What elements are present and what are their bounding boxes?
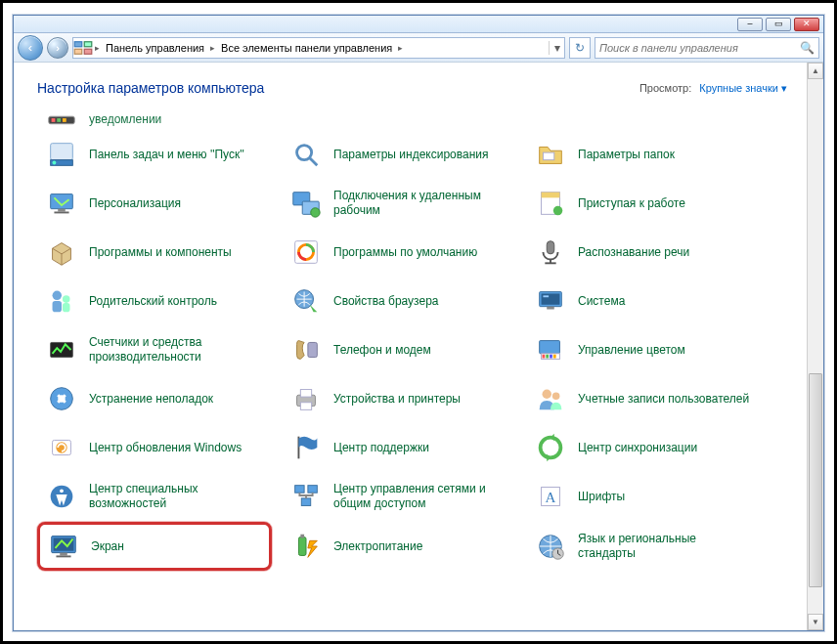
- parental-item[interactable]: Родительский контроль: [37, 278, 272, 324]
- svg-rect-6: [57, 118, 61, 122]
- item-label: Параметры папок: [578, 148, 675, 162]
- perf-counters-item[interactable]: Счетчики и средства производительности: [37, 326, 272, 373]
- refresh-button[interactable]: ↻: [569, 37, 591, 59]
- color-mgmt-item[interactable]: Управление цветом: [526, 326, 761, 373]
- svg-point-46: [58, 395, 66, 403]
- support-center-item[interactable]: Центр поддержки: [282, 424, 516, 471]
- partial-2[interactable]: [282, 109, 516, 129]
- indexing-icon: [288, 137, 324, 172]
- perf-icon: [44, 332, 79, 367]
- scroll-up-button[interactable]: ▲: [808, 63, 823, 79]
- bar-icon: [44, 110, 79, 128]
- svg-rect-25: [547, 241, 554, 254]
- breadcrumb-segment-0[interactable]: Панель управления: [102, 38, 208, 58]
- item-label: Шрифты: [578, 490, 625, 504]
- speech-item[interactable]: Распознавание речи: [526, 229, 761, 276]
- maximize-button[interactable]: ▭: [766, 18, 791, 31]
- scroll-track[interactable]: [808, 79, 823, 614]
- item-label: Электропитание: [333, 539, 422, 554]
- svg-rect-8: [51, 144, 73, 160]
- user-accounts-item[interactable]: Учетные записи пользователей: [526, 375, 761, 422]
- svg-rect-38: [308, 342, 317, 357]
- breadcrumb-segment-1[interactable]: Все элементы панели управления: [217, 38, 396, 58]
- network-center-item[interactable]: Центр управления сетями и общим доступом: [282, 473, 516, 520]
- flag-icon: [288, 430, 324, 465]
- item-label: Центр поддержки: [333, 441, 429, 455]
- colorm-icon: [533, 332, 568, 367]
- addr-arrow-icon[interactable]: ▸: [93, 43, 102, 53]
- scroll-down-button[interactable]: ▼: [808, 614, 823, 630]
- svg-rect-14: [51, 194, 73, 209]
- scroll-thumb[interactable]: [809, 373, 822, 587]
- close-button[interactable]: ✕: [794, 18, 819, 31]
- item-label: Распознавание речи: [578, 245, 689, 260]
- search-icon[interactable]: 🔍: [800, 41, 815, 55]
- troubleshoot-item[interactable]: Устранение неполадок: [37, 375, 272, 422]
- svg-point-10: [53, 161, 57, 165]
- getting-started-item[interactable]: Приступая к работе: [526, 180, 761, 227]
- taskbar-item[interactable]: Панель задач и меню ''Пуск'': [37, 131, 272, 178]
- region-icon: [533, 529, 568, 564]
- sync-center-item[interactable]: Центр синхронизации: [526, 424, 761, 471]
- svg-rect-66: [56, 555, 70, 557]
- phone-icon: [288, 332, 324, 367]
- display-item[interactable]: Экран: [37, 522, 272, 571]
- item-label: Панель задач и меню ''Пуск'': [89, 148, 244, 162]
- getstart-icon: [533, 186, 568, 221]
- item-label: Программы по умолчанию: [333, 245, 477, 260]
- nav-back-button[interactable]: ‹: [18, 35, 43, 61]
- ease-icon: [44, 479, 79, 514]
- item-label: Программы и компоненты: [89, 245, 232, 260]
- taskbar-icon: [44, 137, 79, 172]
- notifications-item[interactable]: уведомлении: [37, 109, 272, 129]
- svg-rect-36: [543, 295, 549, 297]
- indexing-item[interactable]: Параметры индексирования: [282, 131, 516, 178]
- addressbar-dropdown[interactable]: ▾: [549, 41, 564, 55]
- addressbar[interactable]: ▸ Панель управления ▸ Все элементы панел…: [72, 37, 565, 59]
- addr-arrow-icon[interactable]: ▸: [208, 43, 217, 53]
- programs-item[interactable]: Программы и компоненты: [37, 229, 272, 276]
- partial-3[interactable]: [526, 109, 761, 129]
- svg-rect-34: [547, 307, 554, 310]
- update-icon: [44, 430, 79, 465]
- search-input[interactable]: [599, 42, 800, 54]
- svg-line-12: [310, 158, 318, 166]
- browser-props-item[interactable]: Свойства браузера: [282, 278, 516, 324]
- svg-point-50: [543, 390, 551, 399]
- svg-text:A: A: [546, 490, 556, 505]
- nav-forward-button[interactable]: ›: [47, 37, 68, 59]
- svg-rect-58: [295, 486, 304, 494]
- minimize-button[interactable]: –: [737, 18, 763, 31]
- svg-rect-44: [553, 355, 556, 359]
- region-item[interactable]: Язык и региональные стандарты: [526, 522, 761, 571]
- printers-item[interactable]: Устройства и принтеры: [282, 375, 516, 422]
- item-label: Центр специальных возможностей: [89, 482, 265, 511]
- power-icon: [288, 529, 324, 564]
- svg-rect-35: [542, 293, 560, 304]
- svg-rect-65: [60, 553, 67, 556]
- svg-rect-0: [74, 41, 82, 46]
- defaults-icon: [288, 235, 324, 270]
- svg-point-29: [63, 295, 70, 303]
- page-title: Настройка параметров компьютера: [37, 80, 264, 96]
- default-programs-item[interactable]: Программы по умолчанию: [282, 229, 516, 276]
- scrollbar[interactable]: ▲ ▼: [807, 63, 823, 630]
- ease-access-item[interactable]: Центр специальных возможностей: [37, 473, 272, 520]
- fonts-item[interactable]: A Шрифты: [526, 473, 761, 520]
- windows-update-item[interactable]: Центр обновления Windows: [37, 424, 272, 471]
- item-label: Счетчики и средства производительности: [89, 335, 265, 365]
- power-item[interactable]: Электропитание: [282, 522, 516, 571]
- personalization-item[interactable]: Персонализация: [37, 180, 272, 227]
- addr-arrow-icon[interactable]: ▸: [396, 43, 405, 53]
- phone-modem-item[interactable]: Телефон и модем: [282, 326, 516, 373]
- sync-icon: [533, 430, 568, 465]
- item-label: Свойства браузера: [333, 294, 439, 309]
- folder-options-item[interactable]: Параметры папок: [526, 131, 761, 178]
- searchbox[interactable]: 🔍: [595, 37, 819, 59]
- svg-point-28: [53, 291, 62, 300]
- view-by-dropdown[interactable]: Крупные значки ▾: [699, 82, 787, 95]
- system-item[interactable]: Система: [526, 278, 761, 324]
- remote-connect-item[interactable]: Подключения к удаленным рабочим: [282, 180, 516, 227]
- svg-point-51: [552, 392, 560, 400]
- svg-rect-43: [550, 355, 552, 359]
